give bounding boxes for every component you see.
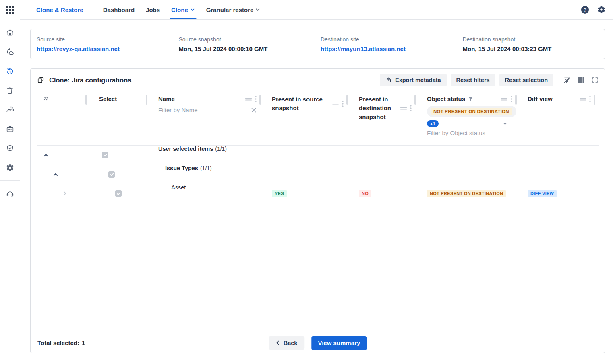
- diff-view-column-header: Diff view: [518, 91, 596, 145]
- svg-text:?: ?: [584, 7, 587, 12]
- destination-snapshot-value: Mon, 15 Jul 2024 00:03:23 GMT: [463, 45, 605, 52]
- panel-header: Clone: Jira configurations Export metada…: [31, 69, 605, 91]
- home-icon[interactable]: [0, 23, 20, 42]
- column-more-icon[interactable]: [589, 96, 591, 102]
- destination-site-block: Destination site https://mayuri13.atlass…: [321, 36, 463, 59]
- app-switcher-icon[interactable]: [6, 6, 14, 14]
- status-filter-more-badge[interactable]: +1: [427, 120, 439, 127]
- status-filter-input[interactable]: [427, 130, 512, 136]
- group-name: Issue Types: [165, 165, 198, 171]
- column-more-icon[interactable]: [410, 105, 412, 111]
- trash-icon[interactable]: [0, 81, 20, 100]
- destination-site-link[interactable]: https://mayuri13.atlassian.net: [321, 45, 463, 52]
- column-menu-icon[interactable]: [580, 97, 586, 101]
- object-status-column-header: Object status NOT PRESENT ON DESTINATION…: [417, 91, 518, 145]
- settings-icon[interactable]: [597, 5, 606, 14]
- table-row-asset: Asset YES NO NOT PRESENT ON DESTINATION …: [37, 184, 599, 203]
- nav-granular-restore[interactable]: Granular restore: [201, 0, 266, 19]
- reset-selection-button[interactable]: Reset selection: [499, 74, 553, 86]
- view-summary-button[interactable]: View summary: [311, 336, 367, 350]
- group-count: (1/1): [215, 146, 227, 152]
- shield-check-icon[interactable]: [0, 139, 20, 158]
- source-site-block: Source site https://revyz-qa.atlassian.n…: [37, 36, 179, 59]
- back-button[interactable]: Back: [269, 336, 305, 350]
- support-headset-icon[interactable]: [0, 184, 20, 204]
- column-more-icon[interactable]: [511, 96, 512, 102]
- chevron-down-icon: [190, 7, 195, 12]
- destination-snapshot-block: Destination snapshot Mon, 15 Jul 2024 00…: [463, 36, 605, 59]
- name-filter-input[interactable]: [158, 107, 251, 113]
- status-filter-chip-wrap[interactable]: NOT PRESENT ON DESTINATION: [427, 106, 516, 117]
- destination-snapshot-label: Destination snapshot: [463, 36, 605, 43]
- expand-all-header: [37, 91, 88, 145]
- column-menu-icon[interactable]: [501, 97, 507, 101]
- clone-configurations-panel: Clone: Jira configurations Export metada…: [30, 68, 605, 353]
- snapshot-info-card: Source site https://revyz-qa.atlassian.n…: [30, 29, 605, 59]
- source-snapshot-block: Source snapshot Mon, 15 Jul 2024 00:00:1…: [179, 36, 321, 59]
- top-navigation-bar: Clone & Restore Dashboard Jobs Clone Gra…: [0, 0, 613, 20]
- collapse-group-icon[interactable]: [37, 165, 88, 184]
- status-filter-dropdown-icon[interactable]: [503, 122, 507, 125]
- columns-icon[interactable]: [578, 76, 585, 84]
- expand-row-icon[interactable]: [37, 184, 88, 203]
- collapse-group-icon[interactable]: [37, 146, 88, 165]
- present-destination-badge: NO: [359, 190, 371, 197]
- nav-clone[interactable]: Clone: [166, 0, 201, 19]
- nav-dashboard[interactable]: Dashboard: [97, 0, 140, 19]
- diff-view-link[interactable]: DIFF VIEW: [528, 190, 557, 197]
- source-site-link[interactable]: https://revyz-qa.atlassian.net: [37, 45, 179, 52]
- chevron-left-icon: [276, 340, 280, 345]
- reset-filters-button[interactable]: Reset filters: [451, 74, 495, 86]
- column-menu-icon[interactable]: [245, 97, 252, 101]
- settings-gear-icon[interactable]: [0, 158, 20, 177]
- app-title[interactable]: Clone & Restore: [36, 6, 83, 13]
- item-name: Asset: [171, 184, 186, 191]
- filter-applied-icon: [468, 97, 473, 101]
- column-menu-icon[interactable]: [332, 102, 339, 106]
- source-site-label: Source site: [37, 36, 179, 43]
- column-more-icon[interactable]: [342, 101, 344, 107]
- name-filter: [158, 107, 257, 115]
- nav-jobs[interactable]: Jobs: [140, 0, 166, 19]
- nav-divider: [91, 5, 91, 14]
- export-metadata-button[interactable]: Export metadata: [380, 74, 447, 86]
- chevron-down-icon: [255, 7, 260, 12]
- clone-copy-icon: [37, 76, 45, 84]
- present-source-column-header: Present in source snapshot: [262, 91, 349, 145]
- column-menu-icon[interactable]: [400, 106, 407, 110]
- sidebar-divider: [0, 180, 20, 181]
- source-snapshot-label: Source snapshot: [179, 36, 321, 43]
- panel-footer: Total selected: 1 Back View summary: [31, 333, 605, 353]
- sidebar: [0, 0, 20, 364]
- cloud-backup-icon[interactable]: [0, 42, 20, 62]
- name-column-header: Name: [149, 91, 262, 145]
- object-status-badge: NOT PRESENT ON DESTINATION: [427, 190, 506, 197]
- present-source-badge: YES: [272, 190, 287, 197]
- id-badge-icon[interactable]: [0, 119, 20, 139]
- row-checkbox[interactable]: [115, 190, 122, 197]
- table-row-issue-types: Issue Types (1/1): [37, 165, 599, 184]
- present-destination-column-header: Present in destination snapshot: [349, 91, 417, 145]
- group-name: User selected items: [158, 146, 213, 152]
- help-icon[interactable]: ?: [580, 5, 590, 14]
- export-icon: [385, 77, 392, 83]
- analytics-icon[interactable]: [0, 100, 20, 119]
- column-more-icon[interactable]: [255, 96, 257, 102]
- status-filter-chip: NOT PRESENT ON DESTINATION: [431, 108, 512, 115]
- clear-filters-icon[interactable]: [563, 76, 571, 84]
- table-row-user-selected-items: User selected items (1/1): [37, 145, 599, 165]
- row-checkbox[interactable]: [102, 152, 108, 158]
- expand-all-icon[interactable]: [43, 95, 50, 102]
- panel-title: Clone: Jira configurations: [49, 76, 131, 84]
- select-column-header: Select: [88, 91, 149, 145]
- row-checkbox[interactable]: [108, 171, 115, 178]
- total-selected-label: Total selected:: [37, 339, 79, 346]
- status-filter: [427, 130, 512, 138]
- fullscreen-icon[interactable]: [591, 76, 599, 84]
- group-count: (1/1): [200, 165, 212, 171]
- total-selected-value: 1: [82, 339, 85, 346]
- clear-name-filter-icon[interactable]: [251, 107, 257, 113]
- configurations-table: Select Name Present in source snapsho: [37, 91, 599, 203]
- destination-site-label: Destination site: [321, 36, 463, 43]
- restore-history-icon[interactable]: [0, 62, 20, 81]
